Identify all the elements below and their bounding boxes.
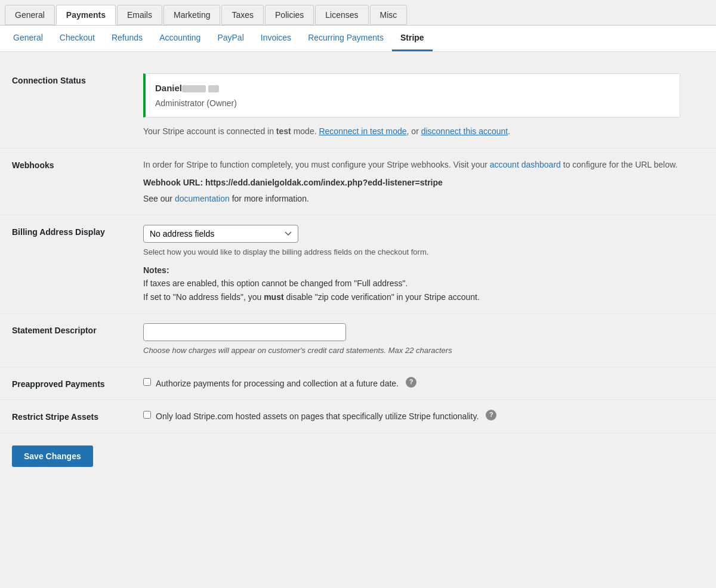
tab-general[interactable]: General — [5, 5, 55, 25]
connection-status-field: Daniel Administrator (Owner) Your Stripe… — [143, 73, 704, 138]
webhook-url: Webhook URL: https://edd.danielgoldak.co… — [143, 176, 704, 189]
disconnect-link[interactable]: disconnect this account — [421, 126, 508, 136]
restrict-stripe-row: Restrict Stripe Assets Only load Stripe.… — [0, 400, 716, 433]
tab-marketing[interactable]: Marketing — [163, 5, 220, 25]
restrict-stripe-checkbox-label: Only load Stripe.com hosted assets on pa… — [156, 410, 479, 423]
subtab-refunds[interactable]: Refunds — [103, 26, 151, 51]
webhook-description: In order for Stripe to function complete… — [143, 158, 680, 171]
preapproved-payments-row: Preapproved Payments Authorize payments … — [0, 367, 716, 400]
save-button[interactable]: Save Changes — [12, 445, 93, 467]
subtab-stripe[interactable]: Stripe — [392, 26, 433, 51]
webhooks-field: In order for Stripe to function complete… — [143, 158, 704, 205]
tab-emails[interactable]: Emails — [117, 5, 162, 25]
connection-box: Daniel Administrator (Owner) — [143, 73, 680, 117]
tab-policies[interactable]: Policies — [265, 5, 314, 25]
subtab-general[interactable]: General — [5, 26, 51, 51]
subtab-invoices[interactable]: Invoices — [252, 26, 300, 51]
tab-taxes[interactable]: Taxes — [221, 5, 264, 25]
tab-licenses[interactable]: Licenses — [315, 5, 368, 25]
preapproved-checkbox-label: Authorize payments for processing and co… — [156, 377, 399, 390]
preapproved-help-icon[interactable]: ? — [406, 377, 416, 388]
restrict-stripe-checkbox[interactable] — [143, 411, 151, 419]
top-tab-bar: General Payments Emails Marketing Taxes … — [0, 0, 716, 26]
billing-address-desc: Select how you would like to display the… — [143, 246, 704, 259]
tab-payments[interactable]: Payments — [56, 5, 116, 25]
preapproved-payments-field: Authorize payments for processing and co… — [143, 377, 704, 390]
preapproved-payments-label: Preapproved Payments — [12, 377, 143, 389]
billing-address-notes: Notes: If taxes are enabled, this option… — [143, 264, 704, 304]
statement-descriptor-label: Statement Descriptor — [12, 323, 143, 335]
connection-status-label: Connection Status — [12, 73, 143, 85]
reconnect-link[interactable]: Reconnect in test mode — [319, 126, 406, 136]
restrict-stripe-field: Only load Stripe.com hosted assets on pa… — [143, 410, 704, 423]
main-content: Connection Status Daniel Administrator (… — [0, 52, 716, 529]
subtab-recurring[interactable]: Recurring Payments — [300, 26, 392, 51]
subtab-checkout[interactable]: Checkout — [51, 26, 103, 51]
statement-descriptor-row: Statement Descriptor Choose how charges … — [0, 314, 716, 367]
connection-account-name: Daniel — [155, 81, 670, 95]
connection-status-text: Your Stripe account is connected in test… — [143, 125, 704, 138]
restrict-stripe-help-icon[interactable]: ? — [486, 410, 496, 420]
preapproved-checkbox-row: Authorize payments for processing and co… — [143, 377, 704, 390]
account-dashboard-link[interactable]: account dashboard — [490, 160, 561, 169]
sub-tab-bar: General Checkout Refunds Accounting PayP… — [0, 26, 716, 52]
billing-address-row: Billing Address Display No address field… — [0, 215, 716, 314]
webhook-doc: See our documentation for more informati… — [143, 192, 704, 205]
subtab-accounting[interactable]: Accounting — [151, 26, 209, 51]
restrict-stripe-checkbox-row: Only load Stripe.com hosted assets on pa… — [143, 410, 704, 423]
preapproved-checkbox[interactable] — [143, 378, 151, 386]
statement-descriptor-input[interactable] — [143, 323, 346, 341]
webhooks-label: Webhooks — [12, 158, 143, 170]
billing-address-select[interactable]: No address fields Zip / Postal Code only… — [143, 225, 298, 243]
subtab-paypal[interactable]: PayPal — [209, 26, 252, 51]
statement-descriptor-field: Choose how charges will appear on custom… — [143, 323, 704, 357]
restrict-stripe-label: Restrict Stripe Assets — [12, 410, 143, 422]
documentation-link[interactable]: documentation — [175, 194, 230, 203]
connection-status-row: Connection Status Daniel Administrator (… — [0, 64, 716, 148]
webhooks-row: Webhooks In order for Stripe to function… — [0, 148, 716, 215]
save-row: Save Changes — [0, 434, 716, 479]
statement-descriptor-hint: Choose how charges will appear on custom… — [143, 345, 704, 357]
billing-address-label: Billing Address Display — [12, 225, 143, 237]
billing-address-field: No address fields Zip / Postal Code only… — [143, 225, 704, 304]
connection-account-role: Administrator (Owner) — [155, 97, 670, 110]
tab-misc[interactable]: Misc — [370, 5, 408, 25]
